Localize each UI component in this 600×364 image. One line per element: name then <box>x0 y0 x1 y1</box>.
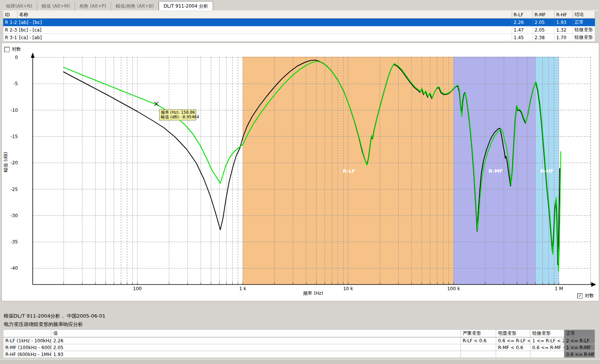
analysis-col-header-4: 轻微变形 <box>530 330 564 337</box>
log-checkbox-bottom-label: 对数 <box>585 292 594 299</box>
tooltip-line: 幅值 (dB): -8.95464 <box>161 114 199 119</box>
analysis-col-header-3: 明显变形 <box>496 330 530 337</box>
log-checkbox-top-label: 对数 <box>12 46 21 52</box>
analysis-cell <box>461 344 496 351</box>
y-tick-label: -30 <box>10 213 18 218</box>
x-tick-label: 1 M <box>555 286 563 291</box>
x-tick-label: 100 <box>133 286 142 291</box>
analysis-cell: R-MF < 0.6 <box>496 344 530 351</box>
analysis-table-body: R-LF (1kHz - 100kHz)2.26R-LF < 0.60.6 <=… <box>3 337 595 358</box>
analysis-cell: 2.26 <box>51 337 461 344</box>
log-checkbox-top[interactable]: 对数 <box>4 46 21 52</box>
y-axis-title: 幅值 (dB) <box>3 152 8 172</box>
analysis-row-1: R-LF (1kHz - 100kHz)2.26R-LF < 0.60.6 <=… <box>3 337 595 344</box>
frequency-response-chart[interactable]: 0-5-10-15-20-25-30-35-40幅值 (dB)1001 k10 … <box>0 0 600 364</box>
checkbox-checked-icon[interactable]: ✓ <box>577 293 582 299</box>
analysis-cell: 0.6 <= R-HF <box>564 351 595 358</box>
band-label-r-hf: R-HF <box>540 168 554 174</box>
analysis-cell <box>530 351 564 358</box>
analysis-cell: 2 <= R-LF <box>564 337 595 344</box>
analysis-col-header-1: 值 <box>51 330 461 337</box>
y-tick-label: -35 <box>10 239 18 245</box>
analysis-cell <box>496 351 530 358</box>
y-tick-label: -10 <box>10 108 18 113</box>
analysis-col-header-2: 严重变形 <box>461 330 496 337</box>
analysis-cell: 0.6 <= R-LF < 1 <box>496 337 530 344</box>
band-label-r-mf: R-MF <box>489 168 503 174</box>
analysis-title-text: 电力变压器绕组变形的频率响应分析 <box>4 321 83 328</box>
y-tick-label: -5 <box>13 81 18 86</box>
analysis-col-header-0 <box>3 330 51 337</box>
analysis-cell: R-LF < 0.6 <box>461 337 496 344</box>
analysis-cell <box>461 351 496 358</box>
analysis-cell: 1.93 <box>51 351 461 358</box>
y-tick-label: -15 <box>10 134 18 139</box>
analysis-cell: R-HF (600kHz - 1MHz) <box>3 351 51 358</box>
y-tick-label: -40 <box>10 265 18 271</box>
x-tick-label: 100 k <box>447 286 460 291</box>
band-label-r-lf: R-LF <box>343 168 355 174</box>
analysis-standard-text: 根据DL/T 911-2004分析， 中国2005-06-01 <box>4 313 105 319</box>
x-tick-label: 10 k <box>343 286 353 291</box>
analysis-cell: 2.05 <box>51 344 461 351</box>
chart-panel: 0-5-10-15-20-25-30-35-40幅值 (dB)1001 k10 … <box>2 43 599 301</box>
y-tick-label: -25 <box>10 187 18 192</box>
analysis-table: 值严重变形明显变形轻微变形正常 R-LF (1kHz - 100kHz)2.26… <box>3 329 595 358</box>
x-axis-title: 频率 (Hz) <box>303 291 323 296</box>
y-axis-arrow-icon <box>31 52 35 58</box>
analysis-cell: R-MF (100kHz - 600kHz) <box>3 344 51 351</box>
log-checkbox-bottom[interactable]: ✓ 对数 <box>577 292 594 299</box>
y-tick-label: 0 <box>15 55 18 60</box>
analysis-row-2: R-MF (100kHz - 600kHz)2.05R-MF < 0.60.6 … <box>3 344 595 351</box>
tooltip-line: 频率 (Hz): 158.86 <box>161 110 195 114</box>
analysis-row-3: R-HF (600kHz - 1MHz)1.930.6 <= R-HF <box>3 351 595 358</box>
analysis-table-header-row: 值严重变形明显变形轻微变形正常 <box>3 330 595 337</box>
analysis-cell: 1 <= R-LF < 2 <box>530 337 564 344</box>
x-axis-arrow-icon <box>591 282 596 287</box>
horizontal-scrollbar[interactable] <box>0 359 600 364</box>
x-tick-label: 1 k <box>239 286 246 291</box>
analysis-col-header-5: 正常 <box>564 330 595 337</box>
y-tick-label: -20 <box>10 160 18 165</box>
checkbox-unchecked-icon[interactable] <box>4 47 10 52</box>
analysis-cell: 0.6 <= R-MF < 1 <box>530 344 564 351</box>
analysis-cell: 1 <= R-MF <box>564 344 595 351</box>
application-window: { "tabs": { "items": [ {"label": "铭牌(Alt… <box>0 0 600 364</box>
analysis-cell: R-LF (1kHz - 100kHz) <box>3 337 51 344</box>
